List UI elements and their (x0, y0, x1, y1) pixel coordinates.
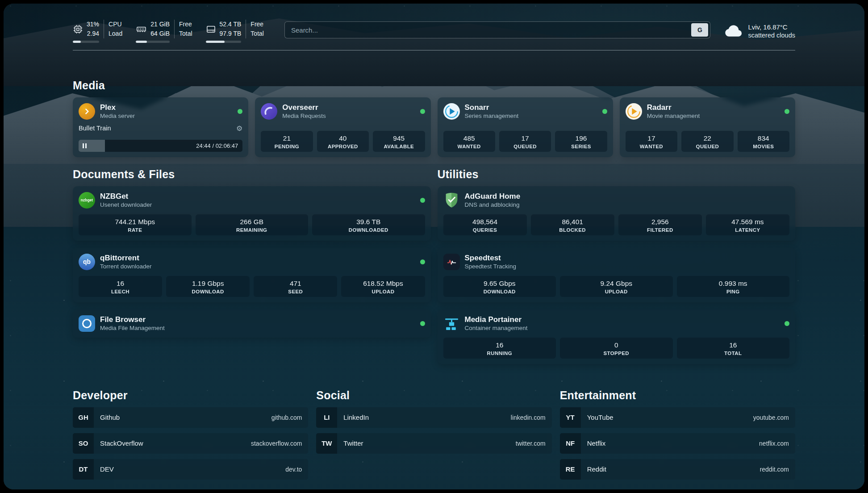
disk-usage-bar (206, 41, 242, 43)
status-dot (420, 259, 425, 264)
stat-box: 22 QUEUED (681, 131, 733, 152)
status-dot (785, 109, 789, 114)
stat-box: 0.993 ms PING (677, 276, 790, 297)
stat-value: 2,956 (620, 217, 700, 226)
bookmark-github[interactable]: GH Github github.com (73, 407, 308, 428)
app-card-portainer[interactable]: Media Portainer Container management 16 … (438, 309, 796, 364)
bookmark-abbr: RE (560, 459, 581, 480)
bookmark-abbr: YT (560, 407, 581, 428)
weather-text: Lviv, 16.87°C scattered clouds (748, 22, 795, 39)
pause-icon[interactable] (83, 143, 87, 148)
app-desc: Media File Management (100, 324, 165, 332)
app-desc: Torrent downloader (100, 263, 152, 271)
stat-label: PENDING (263, 144, 311, 149)
status-dot (602, 109, 607, 114)
stat-box: 47.569 ms LATENCY (706, 214, 789, 235)
app-name: Radarr (647, 103, 700, 112)
cloud-icon (724, 24, 743, 37)
section-utilities: Utilities (438, 168, 796, 364)
app-card-sonarr[interactable]: Sonarr Series management 485 WANTED 17 Q… (438, 97, 613, 157)
stat-value: 16 (445, 341, 555, 350)
sonarr-icon (443, 103, 460, 120)
ram-label-bottom: Total (179, 29, 192, 38)
bookmark-url: linkedin.com (511, 414, 546, 421)
app-card-radarr[interactable]: Radarr Movie management 17 WANTED 22 QUE… (620, 97, 795, 157)
bookmark-linkedin[interactable]: LI LinkedIn linkedin.com (316, 407, 551, 428)
app-card-qbittorrent[interactable]: qb qBittorrent Torrent downloader 16 (73, 248, 431, 302)
app-card-speedtest[interactable]: Speedtest Speedtest Tracking 9.65 Gbps D… (438, 248, 796, 302)
bookmarks-developer: Developer GH Github github.com SO StackO… (73, 389, 308, 485)
speedtest-icon (443, 254, 460, 270)
cpu-icon (73, 24, 83, 34)
app-card-nzbget[interactable]: nzbget NZBGet Usenet downloader 744.21 M… (73, 186, 431, 241)
app-desc: Media server (100, 112, 135, 120)
bookmark-stackoverflow[interactable]: SO StackOverflow stackoverflow.com (73, 433, 308, 454)
section-documents: Documents & Files nzbget NZBGet Usenet d… (73, 168, 431, 338)
stat-value: 39.6 TB (314, 217, 423, 226)
cpu-metric: 31% 2.94 CPU Load (73, 20, 122, 43)
app-name: NZBGet (100, 192, 152, 201)
nzbget-icon: nzbget (79, 192, 95, 209)
ram-usage-bar-fill (136, 41, 147, 43)
app-desc: Media Requests (282, 112, 326, 120)
disk-icon (206, 24, 216, 34)
stat-box: 16 TOTAL (677, 338, 790, 359)
disk-usage-bar-fill (206, 41, 225, 43)
cpu-metric-main: 31% 2.94 (73, 20, 99, 43)
app-card-overseerr[interactable]: Overseerr Media Requests 21 PENDING 40 A… (255, 97, 430, 157)
app-card-plex[interactable]: Plex Media server Bullet Train ⚙ 24:44 /… (73, 97, 248, 157)
stat-box: 1.19 Gbps DOWNLOAD (166, 276, 250, 297)
stat-box: 16 RUNNING (443, 338, 556, 359)
app-desc: Usenet downloader (100, 201, 152, 209)
bookmark-dev[interactable]: DT DEV dev.to (73, 459, 308, 480)
app-desc: DNS and adblocking (465, 201, 521, 209)
stat-label: BLOCKED (533, 227, 613, 233)
app-card-adguard[interactable]: AdGuard Home DNS and adblocking 498,564 … (438, 186, 796, 241)
status-dot (785, 321, 789, 326)
plex-player-bar[interactable]: 24:44 / 02:06:47 (79, 140, 242, 152)
header-divider (73, 50, 795, 50)
stat-value: 0 (562, 341, 671, 350)
gear-icon[interactable]: ⚙ (236, 124, 242, 133)
bookmark-netflix[interactable]: NF Netflix netflix.com (560, 433, 795, 454)
stat-value: 0.993 ms (679, 279, 788, 288)
bookmark-youtube[interactable]: YT YouTube youtube.com (560, 407, 795, 428)
bookmark-name: Github (100, 414, 120, 421)
app-name: qBittorrent (100, 253, 152, 263)
stat-label: WANTED (445, 144, 493, 149)
bookmark-name: LinkedIn (343, 414, 369, 421)
app-card-filebrowser[interactable]: File Browser Media File Management (73, 309, 431, 338)
ram-free-value: 21 GiB (150, 20, 170, 29)
stat-box: 2,956 FILTERED (618, 214, 702, 235)
section-title-developer: Developer (73, 389, 308, 402)
bookmark-url: dev.to (285, 466, 302, 473)
stat-value: 86,401 (533, 217, 613, 226)
bookmark-reddit[interactable]: RE Reddit reddit.com (560, 459, 795, 480)
stat-label: DOWNLOADED (314, 227, 423, 233)
section-title-media: Media (73, 79, 795, 92)
bookmark-twitter[interactable]: TW Twitter twitter.com (316, 433, 551, 454)
app-name: Plex (100, 103, 135, 112)
section-title-social: Social (316, 389, 551, 402)
stat-value: 744.21 Mbps (80, 217, 190, 226)
ram-total-value: 64 GiB (150, 29, 170, 38)
stat-label: REMAINING (197, 227, 307, 233)
disk-label-top: Free (250, 20, 264, 29)
player-time: 24:44 / 02:06:47 (196, 142, 238, 149)
cpu-labels: CPU Load (104, 20, 122, 38)
bookmark-abbr: DT (73, 459, 94, 480)
ram-usage-bar (136, 41, 170, 43)
app-name: File Browser (100, 315, 165, 324)
stat-value: 16 (80, 279, 160, 288)
search-engine-button[interactable]: G (691, 23, 708, 37)
ram-labels: Free Total (174, 20, 192, 38)
stat-box: 834 MOVIES (738, 131, 789, 152)
search-input[interactable] (285, 22, 691, 38)
stat-box: 21 PENDING (261, 131, 313, 152)
bookmark-name: DEV (100, 465, 114, 473)
search-bar: G (284, 21, 710, 38)
stat-value: 40 (319, 134, 367, 143)
stat-value: 9.65 Gbps (445, 279, 555, 288)
stat-label: FILTERED (620, 227, 700, 233)
disk-total-value: 97.9 TB (220, 29, 242, 38)
